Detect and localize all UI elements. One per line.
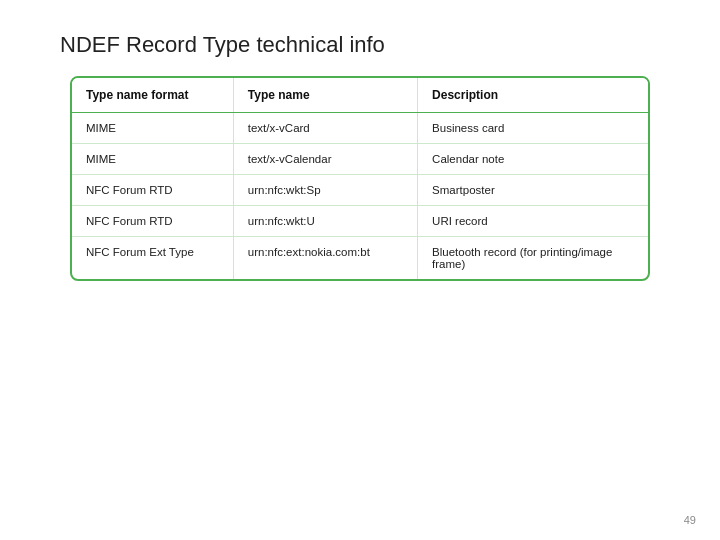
cell-0-0: MIME — [72, 113, 233, 144]
header-description: Description — [418, 78, 648, 113]
table-row: NFC Forum Ext Typeurn:nfc:ext:nokia.com:… — [72, 237, 648, 280]
cell-1-2: Calendar note — [418, 144, 648, 175]
cell-3-1: urn:nfc:wkt:U — [233, 206, 417, 237]
table-row: MIMEtext/x-vCalendarCalendar note — [72, 144, 648, 175]
cell-1-0: MIME — [72, 144, 233, 175]
cell-0-2: Business card — [418, 113, 648, 144]
cell-1-1: text/x-vCalendar — [233, 144, 417, 175]
table-row: NFC Forum RTDurn:nfc:wkt:UURI record — [72, 206, 648, 237]
header-type-name: Type name — [233, 78, 417, 113]
page-number: 49 — [684, 514, 696, 526]
page-title: NDEF Record Type technical info — [0, 0, 720, 76]
cell-2-1: urn:nfc:wkt:Sp — [233, 175, 417, 206]
cell-0-1: text/x-vCard — [233, 113, 417, 144]
cell-4-0: NFC Forum Ext Type — [72, 237, 233, 280]
table-row: MIMEtext/x-vCardBusiness card — [72, 113, 648, 144]
cell-4-1: urn:nfc:ext:nokia.com:bt — [233, 237, 417, 280]
table-row: NFC Forum RTDurn:nfc:wkt:SpSmartposter — [72, 175, 648, 206]
cell-3-0: NFC Forum RTD — [72, 206, 233, 237]
ndef-table: Type name format Type name Description M… — [72, 78, 648, 279]
cell-2-0: NFC Forum RTD — [72, 175, 233, 206]
cell-4-2: Bluetooth record (for printing/image fra… — [418, 237, 648, 280]
cell-2-2: Smartposter — [418, 175, 648, 206]
header-type-name-format: Type name format — [72, 78, 233, 113]
cell-3-2: URI record — [418, 206, 648, 237]
table-header-row: Type name format Type name Description — [72, 78, 648, 113]
ndef-table-container: Type name format Type name Description M… — [70, 76, 650, 281]
